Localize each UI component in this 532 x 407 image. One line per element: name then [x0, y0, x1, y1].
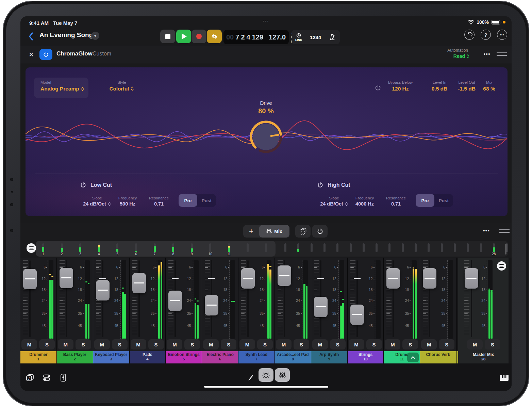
- add-track-button[interactable]: +: [243, 225, 259, 238]
- solo-button[interactable]: S: [257, 339, 273, 349]
- multitasking-dots-icon[interactable]: ···: [263, 18, 269, 23]
- mute-button[interactable]: M: [167, 339, 182, 349]
- low-cut-power-icon[interactable]: [80, 182, 86, 188]
- level-out-param[interactable]: Level Out -1.5 dB: [451, 80, 482, 92]
- fader-track[interactable]: [356, 260, 358, 337]
- keyboard-button[interactable]: [498, 372, 510, 384]
- mute-button[interactable]: M: [467, 339, 483, 349]
- cycle-button[interactable]: [207, 30, 222, 43]
- link-button[interactable]: LINK: [295, 33, 302, 42]
- high-cut-frequency[interactable]: Frequency 4000 Hz: [349, 196, 380, 207]
- high-cut-power-icon[interactable]: [317, 182, 323, 188]
- pencil-tool-button[interactable]: [244, 372, 256, 384]
- fader-handle[interactable]: [205, 295, 218, 315]
- solo-button[interactable]: S: [439, 339, 454, 349]
- count-in-button[interactable]: 1234: [310, 34, 321, 40]
- fader-handle[interactable]: [278, 265, 291, 286]
- fader-handle[interactable]: [60, 268, 73, 288]
- mute-button[interactable]: M: [276, 339, 292, 349]
- low-cut-frequency[interactable]: Frequency 500 Hz: [112, 196, 143, 207]
- master-filter-button[interactable]: [497, 261, 506, 271]
- channel-strip[interactable]: 61218243545MSSynth Lead7: [238, 258, 275, 363]
- pre-button[interactable]: Pre: [416, 194, 434, 207]
- channel-strip[interactable]: 61218243545MSBass Player2: [57, 258, 93, 363]
- track-footer[interactable]: Electric Piano6: [202, 351, 238, 363]
- plugin-more-button[interactable]: •••: [484, 51, 491, 57]
- controls-button[interactable]: [40, 372, 53, 384]
- mute-button[interactable]: M: [131, 339, 146, 349]
- fader-view-button[interactable]: [57, 372, 69, 384]
- mute-button[interactable]: M: [239, 339, 255, 349]
- track-footer[interactable]: Pads4: [130, 351, 166, 363]
- stop-button[interactable]: [160, 30, 175, 43]
- channel-strip[interactable]: 61218243545MSChorus Verb: [420, 258, 456, 363]
- home-indicator[interactable]: [204, 386, 328, 388]
- low-cut-slope[interactable]: Slope 24 dB/Oct: [80, 196, 114, 207]
- channel-strip[interactable]: 61218243545MSStrings10: [348, 258, 384, 363]
- drive-knob[interactable]: [253, 124, 279, 150]
- channel-strip[interactable]: 61218243545MSArp Synth9: [311, 258, 348, 363]
- overview-strip[interactable]: 123456789101128: [36, 241, 508, 257]
- mute-button[interactable]: M: [421, 339, 437, 349]
- track-footer[interactable]: Drummer1: [20, 351, 56, 363]
- fader-handle[interactable]: [96, 280, 110, 300]
- plugin-power-button[interactable]: [39, 49, 52, 60]
- mixer-filter-button[interactable]: [27, 243, 36, 253]
- channel-strip[interactable]: 61218243545MSArcade...eet Pad8: [275, 258, 311, 363]
- track-footer[interactable]: Keyboard Player3: [93, 351, 129, 363]
- solo-button[interactable]: S: [184, 339, 200, 349]
- song-menu-chevron[interactable]: ▼: [91, 32, 99, 40]
- mix-view-button[interactable]: Mix: [259, 225, 289, 238]
- mute-button[interactable]: M: [58, 339, 73, 349]
- mixer-drag-handle[interactable]: [499, 229, 510, 233]
- bypass-below-param[interactable]: Bypass Below 120 Hz: [383, 80, 417, 92]
- post-button[interactable]: Post: [434, 194, 453, 207]
- mix-param[interactable]: Mix 68 %: [478, 80, 500, 92]
- high-cut-slope[interactable]: Slope 24 dB/Oct: [317, 196, 351, 207]
- automation-mode-select[interactable]: Read: [453, 53, 469, 59]
- help-button[interactable]: ?: [481, 30, 491, 40]
- mute-button[interactable]: M: [94, 339, 110, 349]
- track-footer[interactable]: Arp Synth9: [311, 351, 347, 363]
- pre-button[interactable]: Pre: [179, 194, 197, 207]
- mixer-more-button[interactable]: •••: [483, 228, 490, 233]
- track-power-button[interactable]: [312, 225, 328, 238]
- fader-handle[interactable]: [132, 273, 146, 293]
- panel-drag-handle[interactable]: [497, 52, 507, 56]
- fader-handle[interactable]: [465, 268, 478, 289]
- solo-button[interactable]: S: [39, 339, 55, 349]
- solo-button[interactable]: S: [485, 339, 500, 349]
- close-plugin-button[interactable]: ✕: [27, 50, 36, 59]
- overview-scrollbar[interactable]: [505, 244, 506, 255]
- track-footer[interactable]: Chorus Verb: [420, 351, 456, 363]
- fader-handle[interactable]: [23, 269, 37, 289]
- saturation-power-icon[interactable]: [375, 84, 381, 91]
- fader-handle[interactable]: [241, 268, 255, 289]
- channel-strip[interactable]: 61218243545MSElectric Piano6: [202, 258, 238, 363]
- level-in-param[interactable]: Level In 0.5 dB: [424, 80, 455, 92]
- solo-button[interactable]: S: [366, 339, 382, 349]
- fader-track[interactable]: [138, 260, 140, 337]
- song-title[interactable]: An Evening Song: [39, 31, 93, 39]
- channel-strip[interactable]: 61218243545MSKeyboard Player3: [93, 258, 130, 363]
- solo-button[interactable]: S: [221, 339, 236, 349]
- channel-strip[interactable]: 61218243545MSEmotion Strings5: [166, 258, 202, 363]
- multiselect-button[interactable]: [295, 225, 311, 238]
- fader-handle[interactable]: [168, 291, 182, 311]
- lcd-display[interactable]: 00 724129 127.0 4/4 C maj: [223, 30, 289, 44]
- smart-controls-button[interactable]: [259, 368, 273, 382]
- track-footer[interactable]: Bass Player2: [57, 351, 93, 363]
- loop-browser-button[interactable]: ♪: [24, 372, 36, 384]
- solo-button[interactable]: S: [76, 339, 91, 349]
- mute-button[interactable]: M: [21, 339, 37, 349]
- undo-button[interactable]: [464, 30, 475, 40]
- solo-button[interactable]: S: [112, 339, 128, 349]
- play-button[interactable]: [176, 30, 191, 43]
- solo-button[interactable]: S: [402, 339, 418, 349]
- track-footer[interactable]: Emotion Strings5: [166, 351, 202, 363]
- post-button[interactable]: Post: [197, 194, 216, 207]
- mute-button[interactable]: M: [203, 339, 219, 349]
- track-footer[interactable]: Strings10: [348, 351, 384, 363]
- master-strip[interactable]: 61218243545MSMaster Mix28: [458, 258, 509, 363]
- solo-button[interactable]: S: [148, 339, 164, 349]
